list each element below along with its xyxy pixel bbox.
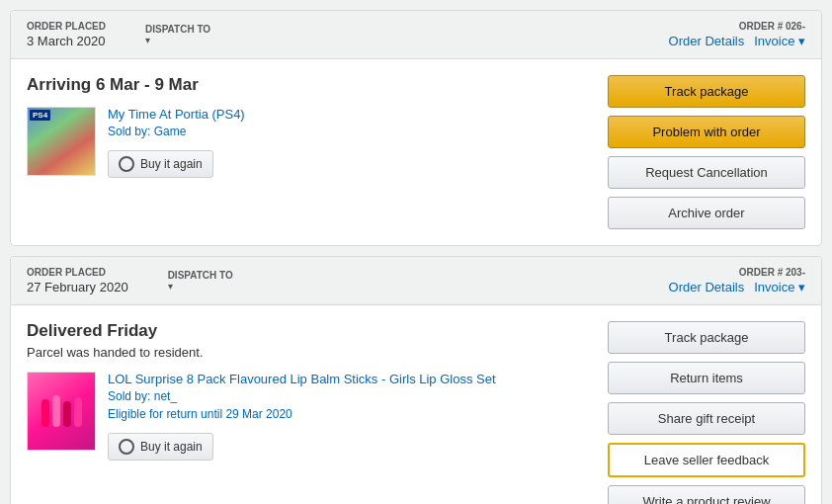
track-package-btn-2[interactable]: Track package: [608, 321, 805, 354]
order-info-2: Delivered Friday Parcel was handed to re…: [27, 321, 592, 504]
order-number-group-1: ORDER # 026- Order Details Invoice ▾: [669, 21, 805, 48]
lol-sticks: [42, 395, 82, 427]
order-actions-1: Track package Problem with order Request…: [608, 75, 805, 229]
product-details-1: My Time At Portia (PS4) Sold by: Game Bu…: [108, 107, 592, 178]
archive-order-btn[interactable]: Archive order: [608, 197, 805, 229]
order-body-1: Arriving 6 Mar - 9 Mar PS4 My Time At Po…: [11, 59, 821, 245]
problem-order-btn-1[interactable]: Problem with order: [608, 116, 805, 148]
product-details-2: LOL Surprise 8 Pack Flavoured Lip Balm S…: [108, 372, 592, 461]
order-placed-date-1: 3 March 2020: [27, 34, 106, 48]
lol-stick-1: [42, 399, 49, 427]
arriving-title-1: Arriving 6 Mar - 9 Mar: [27, 75, 592, 95]
order-placed-label-1: ORDER PLACED: [27, 21, 106, 32]
sold-by-2: Sold by: net_: [108, 389, 592, 403]
lol-stick-4: [74, 397, 82, 427]
recycle-icon-2: [119, 439, 134, 455]
invoice-link-1[interactable]: Invoice ▾: [754, 34, 805, 48]
sold-by-link-2[interactable]: net_: [154, 389, 177, 403]
lol-cover: [28, 373, 95, 450]
return-link[interactable]: return: [166, 407, 197, 421]
dispatch-group-1: DISPATCH TO ▾: [145, 24, 210, 45]
order-info-1: Arriving 6 Mar - 9 Mar PS4 My Time At Po…: [27, 75, 592, 229]
request-cancellation-btn[interactable]: Request Cancellation: [608, 156, 805, 189]
ps4-label: PS4: [30, 110, 50, 121]
dispatch-label-2: DISPATCH TO: [168, 270, 233, 281]
dispatch-group-2: DISPATCH TO ▾: [168, 270, 233, 292]
dispatch-chevron-2[interactable]: ▾: [168, 281, 233, 292]
invoice-link-2[interactable]: Invoice ▾: [754, 280, 805, 294]
order-placed-group-2: ORDER PLACED 27 February 2020: [27, 267, 128, 294]
arriving-title-2: Delivered Friday: [27, 321, 592, 341]
lol-stick-2: [52, 395, 60, 427]
product-title-2[interactable]: LOL Surprise 8 Pack Flavoured Lip Balm S…: [108, 372, 592, 386]
arriving-subtitle-2: Parcel was handed to resident.: [27, 345, 592, 360]
order-card-1: ORDER PLACED 3 March 2020 DISPATCH TO ▾ …: [10, 10, 822, 246]
order-placed-date-2: 27 February 2020: [27, 280, 128, 294]
order-header-2: ORDER PLACED 27 February 2020 DISPATCH T…: [11, 257, 821, 305]
dispatch-chevron-1[interactable]: ▾: [145, 35, 210, 45]
order-actions-2: Track package Return items Share gift re…: [608, 321, 805, 504]
product-row-2: LOL Surprise 8 Pack Flavoured Lip Balm S…: [27, 372, 592, 461]
write-review-btn[interactable]: Write a product review: [608, 485, 805, 504]
product-title-1[interactable]: My Time At Portia (PS4): [108, 107, 592, 122]
recycle-icon-1: [119, 156, 134, 172]
order-card-2: ORDER PLACED 27 February 2020 DISPATCH T…: [10, 256, 822, 504]
buy-again-btn-2[interactable]: Buy it again: [108, 433, 213, 461]
product-image-1: PS4: [27, 107, 96, 176]
sold-by-link-1[interactable]: Game: [154, 125, 187, 138]
order-header-links-1: Order Details Invoice ▾: [669, 34, 805, 48]
order-placed-group-1: ORDER PLACED 3 March 2020: [27, 21, 106, 48]
track-package-btn-1[interactable]: Track package: [608, 75, 805, 108]
order-number-group-2: ORDER # 203- Order Details Invoice ▾: [669, 267, 805, 294]
leave-seller-feedback-btn[interactable]: Leave seller feedback: [608, 443, 805, 477]
order-placed-label-2: ORDER PLACED: [27, 267, 128, 278]
order-details-link-2[interactable]: Order Details: [669, 280, 745, 294]
lol-stick-3: [63, 401, 71, 427]
order-header-links-2: Order Details Invoice ▾: [669, 280, 805, 294]
buy-again-btn-1[interactable]: Buy it again: [108, 150, 213, 178]
share-gift-receipt-btn[interactable]: Share gift receipt: [608, 402, 805, 435]
order-header-1: ORDER PLACED 3 March 2020 DISPATCH TO ▾ …: [11, 11, 821, 59]
dispatch-label-1: DISPATCH TO: [145, 24, 210, 35]
order-number-label-1: ORDER # 026-: [739, 21, 805, 32]
return-items-btn[interactable]: Return items: [608, 362, 805, 394]
order-number-label-2: ORDER # 203-: [739, 267, 805, 278]
order-details-link-1[interactable]: Order Details: [669, 34, 745, 48]
ps4-cover: PS4: [28, 108, 95, 175]
sold-by-1: Sold by: Game: [108, 125, 592, 138]
product-image-2: [27, 372, 96, 451]
order-body-2: Delivered Friday Parcel was handed to re…: [11, 305, 821, 504]
product-row-1: PS4 My Time At Portia (PS4) Sold by: Gam…: [27, 107, 592, 178]
eligible-return: Eligible for return until 29 Mar 2020: [108, 407, 592, 421]
